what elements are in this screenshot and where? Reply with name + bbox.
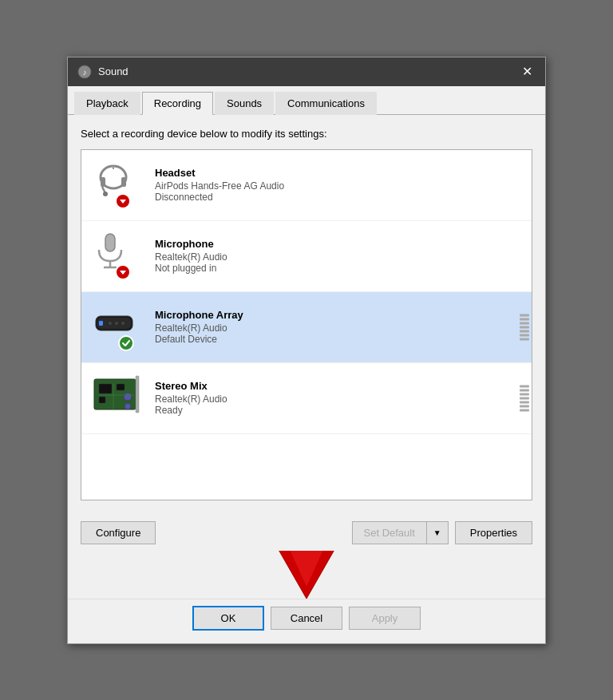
configure-button[interactable]: Configure (81, 521, 156, 544)
microphone-icon-container (93, 231, 144, 282)
title-bar: ♪ Sound ✕ (68, 57, 545, 86)
svg-rect-15 (99, 321, 103, 326)
headset-status: Disconnected (155, 192, 520, 203)
svg-point-18 (121, 322, 125, 325)
headset-name: Headset (155, 167, 520, 179)
apply-button[interactable]: Apply (349, 607, 421, 630)
stereo-mix-name: Stereo Mix (155, 380, 520, 392)
window-title: Sound (98, 65, 129, 77)
svg-rect-4 (121, 177, 126, 187)
scrollbar-indicator-2 (517, 382, 532, 414)
stereo-mix-icon-container (93, 373, 144, 424)
down-arrow-icon (118, 196, 128, 206)
ok-button[interactable]: OK (192, 606, 264, 631)
svg-rect-22 (99, 397, 105, 403)
down-arrow-icon-2 (118, 267, 128, 277)
tab-communications[interactable]: Communications (275, 92, 377, 115)
svg-rect-9 (105, 234, 115, 251)
arrow-container (68, 551, 545, 599)
svg-rect-27 (136, 376, 139, 413)
sound-title-icon: ♪ (77, 65, 92, 79)
close-button[interactable]: ✕ (519, 62, 536, 81)
svg-marker-12 (120, 271, 126, 275)
title-bar-left: ♪ Sound (77, 65, 129, 79)
microphone-sub: Realtek(R) Audio (155, 251, 520, 263)
instruction-text: Select a recording device below to modif… (81, 128, 532, 140)
mic-array-sub: Realtek(R) Audio (155, 322, 520, 334)
svg-point-7 (103, 192, 108, 196)
right-buttons: Set Default ▼ Properties (352, 521, 532, 544)
set-default-group: Set Default ▼ (352, 521, 449, 544)
set-default-button[interactable]: Set Default (352, 521, 426, 544)
scrollbar-indicator (517, 310, 532, 343)
stereo-mix-icon (93, 373, 140, 416)
svg-rect-3 (101, 177, 105, 187)
stereo-mix-sub: Realtek(R) Audio (155, 394, 520, 405)
check-icon (121, 338, 131, 348)
svg-point-24 (125, 403, 131, 409)
tab-content: Select a recording device below to modif… (68, 115, 545, 513)
tab-sounds[interactable]: Sounds (215, 92, 274, 115)
device-item-headset[interactable]: Headset AirPods Hands-Free AG Audio Disc… (81, 150, 532, 221)
microphone-name: Microphone (155, 238, 520, 250)
properties-button[interactable]: Properties (455, 521, 532, 544)
svg-point-16 (109, 322, 112, 325)
device-item-microphone-array[interactable]: Microphone Array Realtek(R) Audio Defaul… (81, 292, 532, 363)
svg-point-17 (115, 322, 118, 325)
microphone-status: Not plugged in (155, 263, 520, 274)
tab-playback[interactable]: Playback (74, 92, 140, 115)
stereo-mix-status: Ready (155, 405, 520, 416)
mic-array-status: Default Device (155, 334, 520, 345)
headset-sub: AirPods Hands-Free AG Audio (155, 180, 520, 192)
svg-rect-20 (99, 384, 112, 394)
mic-array-name: Microphone Array (155, 309, 520, 321)
microphone-array-icon (93, 302, 140, 343)
stereo-mix-info: Stereo Mix Realtek(R) Audio Ready (155, 380, 520, 416)
device-item-stereo-mix[interactable]: Stereo Mix Realtek(R) Audio Ready (81, 363, 532, 434)
headset-info: Headset AirPods Hands-Free AG Audio Disc… (155, 167, 520, 203)
red-arrow (259, 551, 354, 599)
mic-array-status-badge (118, 335, 134, 351)
device-list[interactable]: Headset AirPods Hands-Free AG Audio Disc… (81, 149, 532, 500)
tabs-bar: Playback Recording Sounds Communications (68, 86, 545, 115)
microphone-info: Microphone Realtek(R) Audio Not plugged … (155, 238, 520, 274)
svg-text:♪: ♪ (83, 68, 87, 77)
mic-array-info: Microphone Array Realtek(R) Audio Defaul… (155, 309, 520, 345)
headset-status-badge (115, 193, 131, 209)
action-buttons-row: Configure Set Default ▼ Properties (68, 513, 545, 551)
microphone-status-badge (115, 264, 131, 280)
set-default-dropdown-button[interactable]: ▼ (426, 521, 449, 544)
svg-rect-21 (117, 384, 125, 390)
headset-icon-container (93, 160, 144, 211)
dialog-buttons-row: OK Cancel Apply (68, 599, 545, 643)
microphone-array-icon-container (93, 302, 144, 353)
svg-marker-8 (120, 200, 126, 204)
tab-recording[interactable]: Recording (142, 92, 213, 115)
svg-point-23 (124, 393, 132, 401)
cancel-button[interactable]: Cancel (271, 607, 342, 630)
sound-dialog: ♪ Sound ✕ Playback Recording Sounds Comm… (67, 57, 546, 644)
device-item-microphone[interactable]: Microphone Realtek(R) Audio Not plugged … (81, 221, 532, 292)
